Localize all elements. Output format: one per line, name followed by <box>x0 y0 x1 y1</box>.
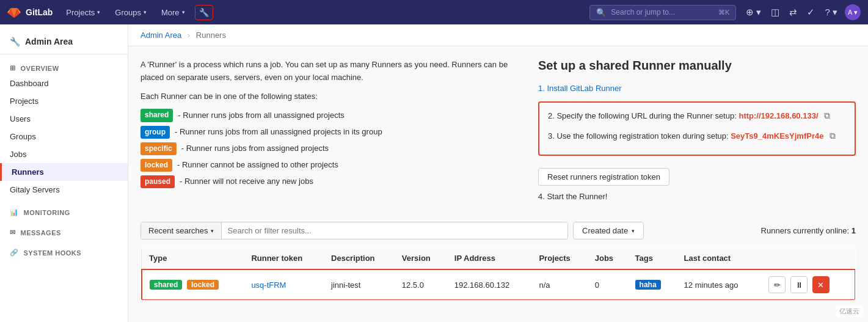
col-token: Runner token <box>244 247 324 270</box>
install-runner-link[interactable]: 1. Install GitLab Runner <box>538 84 622 93</box>
sidebar-item-users[interactable]: Users <box>0 110 128 128</box>
setup-step2: 2. Specify the following URL during the … <box>548 109 846 123</box>
list-item: paused - Runner will not receive any new… <box>140 175 523 188</box>
online-count-display: Runners currently online: 1 <box>761 226 856 235</box>
date-caret-icon: ▾ <box>632 228 635 234</box>
groups-caret-icon: ▾ <box>144 9 147 15</box>
states-list: shared - Runner runs jobs from all unass… <box>140 109 523 188</box>
setup-panel: Set up a shared Runner manually 1. Insta… <box>538 59 856 210</box>
sidebar-messages-section: ✉ Messages <box>0 221 128 241</box>
admin-wrench-icon: 🔧 <box>10 37 20 46</box>
list-item: locked - Runner cannot be assigned to ot… <box>140 159 523 172</box>
cell-last-contact: 12 minutes ago <box>677 269 760 300</box>
setup-box: 2. Specify the following URL during the … <box>538 101 856 156</box>
cell-actions: ✏ ⏸ ✕ <box>760 269 855 300</box>
info-left-panel: A 'Runner' is a process which runs a job… <box>140 59 523 210</box>
setup-title: Set up a shared Runner manually <box>538 59 856 73</box>
badge-shared-row: shared <box>150 280 182 290</box>
table-row: shared locked usq-tFRM jinni-test 12.5.0… <box>142 269 856 300</box>
setup-step3: 3. Use the following registration token … <box>548 129 846 143</box>
more-caret-icon: ▾ <box>182 9 185 15</box>
overview-grid-icon: ⊞ <box>10 64 16 72</box>
projects-caret-icon: ▾ <box>97 9 100 15</box>
recent-searches-button[interactable]: Recent searches ▾ <box>141 222 222 239</box>
state-shared-desc: - Runner runs jobs from all unassigned p… <box>178 109 344 122</box>
nav-projects[interactable]: Projects ▾ <box>60 0 106 24</box>
edit-runner-button[interactable]: ✏ <box>768 276 786 293</box>
setup-url: http://192.168.60.133/ <box>739 111 818 120</box>
page-layout: 🔧 Admin Area ⊞ Overview Dashboard Projec… <box>0 24 868 322</box>
cell-tags: haha <box>628 269 677 300</box>
sidebar-item-groups[interactable]: Groups <box>0 128 128 145</box>
recent-searches-caret-icon: ▾ <box>211 228 214 234</box>
filter-search-input[interactable] <box>222 222 567 239</box>
sidebar-section-hooks-label[interactable]: 🔗 System Hooks <box>0 244 128 259</box>
sidebar-section-overview-label: ⊞ Overview <box>0 59 128 75</box>
col-projects: Projects <box>531 247 587 270</box>
col-description: Description <box>324 247 395 270</box>
badge-group: group <box>140 126 170 139</box>
state-specific-desc: - Runner runs jobs from assigned project… <box>181 142 329 155</box>
nav-user-avatar[interactable]: A ▾ <box>845 4 861 20</box>
col-last-contact: Last contact <box>677 247 760 270</box>
nav-search-bar[interactable]: 🔍 Search or jump to... ⌘K <box>589 5 736 20</box>
nav-wrench-button[interactable]: 🔧 <box>195 5 213 20</box>
top-navigation: GitLab Projects ▾ Groups ▾ More ▾ 🔧 🔍 Se… <box>0 0 868 24</box>
delete-runner-button[interactable]: ✕ <box>812 276 830 293</box>
main-content: Admin Area › Runners A 'Runner' is a pro… <box>128 24 868 322</box>
nav-more[interactable]: More ▾ <box>155 0 191 24</box>
cell-version: 12.5.0 <box>395 269 447 300</box>
cell-description: jinni-test <box>324 269 395 300</box>
filter-bar: Recent searches ▾ Created date ▾ Runners… <box>140 222 856 240</box>
breadcrumb-separator: › <box>188 31 190 40</box>
badge-locked: locked <box>140 159 172 172</box>
search-placeholder-text: Search or jump to... <box>611 8 675 16</box>
list-item: group - Runner runs jobs from all unassi… <box>140 126 523 139</box>
nav-add-button[interactable]: ⊕ ▾ <box>743 4 764 20</box>
recent-searches-label: Recent searches <box>148 226 208 235</box>
online-count-label: Runners currently online: <box>761 226 850 235</box>
sidebar-item-gitaly-servers[interactable]: Gitaly Servers <box>0 181 128 199</box>
gitlab-logo[interactable]: GitLab <box>7 5 53 19</box>
sidebar-title: Admin Area <box>25 37 73 46</box>
created-date-filter-button[interactable]: Created date ▾ <box>573 222 644 240</box>
setup-step1: 1. Install GitLab Runner <box>538 82 856 95</box>
watermark: 亿速云 <box>836 306 863 317</box>
nav-help-icon[interactable]: ? ▾ <box>822 4 840 20</box>
reset-token-button[interactable]: Reset runners registration token <box>538 168 669 186</box>
state-locked-desc: - Runner cannot be assigned to other pro… <box>177 159 338 172</box>
sidebar-item-dashboard[interactable]: Dashboard <box>0 75 128 92</box>
sidebar-overview-section: ⊞ Overview Dashboard Projects Users Grou… <box>0 57 128 201</box>
badge-paused: paused <box>140 175 175 188</box>
info-paragraph2: Each Runner can be in one of the followi… <box>140 90 523 103</box>
filter-search-group: Recent searches ▾ <box>140 222 568 240</box>
gitlab-wordmark: GitLab <box>26 7 53 17</box>
setup-step4: 4. Start the Runner! <box>538 191 856 203</box>
content-area: A 'Runner' is a process which runs a job… <box>128 46 868 313</box>
col-version: Version <box>395 247 447 270</box>
breadcrumb-admin-link[interactable]: Admin Area <box>140 31 181 40</box>
sidebar-item-runners[interactable]: Runners <box>0 163 128 181</box>
col-tags: Tags <box>628 247 677 270</box>
sidebar-item-jobs[interactable]: Jobs <box>0 145 128 163</box>
info-section: A 'Runner' is a process which runs a job… <box>140 59 856 210</box>
cell-type: shared locked <box>142 269 244 300</box>
nav-issues-icon[interactable]: ◫ <box>768 4 782 20</box>
pause-runner-button[interactable]: ⏸ <box>790 276 808 293</box>
nav-todos-icon[interactable]: ✓ <box>804 4 817 20</box>
runner-token-link[interactable]: usq-tFRM <box>251 280 286 290</box>
badge-shared: shared <box>140 109 173 122</box>
nav-groups[interactable]: Groups ▾ <box>109 0 153 24</box>
badge-specific: specific <box>140 142 177 155</box>
copy-url-icon[interactable]: ⧉ <box>824 109 830 122</box>
sidebar-section-monitoring-label[interactable]: 📊 Monitoring <box>0 203 128 219</box>
copy-token-icon[interactable]: ⧉ <box>830 129 836 142</box>
search-shortcut: ⌘K <box>718 9 729 16</box>
col-actions <box>760 247 855 270</box>
sidebar-item-projects[interactable]: Projects <box>0 92 128 110</box>
sidebar-system-hooks-section: 🔗 System Hooks <box>0 241 128 262</box>
runners-table: Type Runner token Description Version IP… <box>140 247 856 301</box>
tag-haha: haha <box>635 280 661 290</box>
sidebar-section-messages-label[interactable]: ✉ Messages <box>0 224 128 239</box>
nav-merge-requests-icon[interactable]: ⇄ <box>787 4 800 20</box>
